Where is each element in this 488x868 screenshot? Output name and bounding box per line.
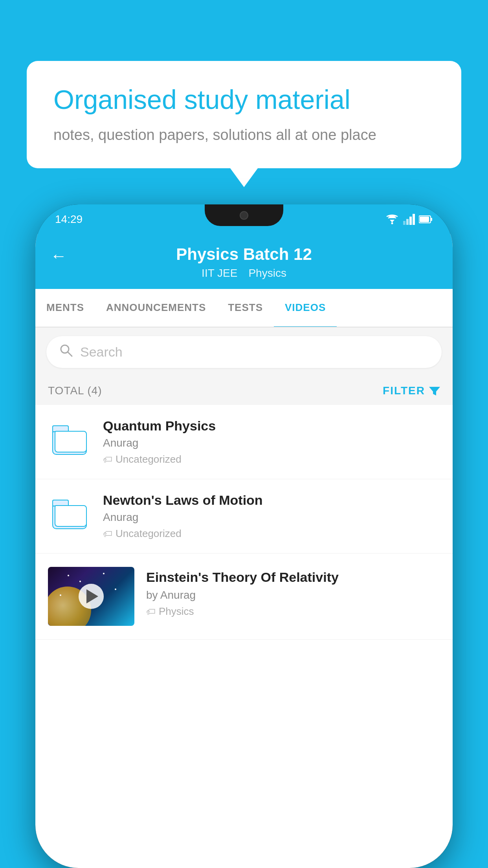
total-count: TOTAL (4): [48, 384, 102, 397]
app-header: ← Physics Batch 12 IIT JEE Physics: [35, 234, 453, 289]
subtitle-right: Physics: [248, 267, 286, 280]
filter-row: TOTAL (4) FILTER: [35, 377, 453, 405]
tab-tests[interactable]: TESTS: [217, 289, 274, 327]
list-item[interactable]: Einstein's Theory Of Relativity by Anura…: [35, 554, 453, 640]
folder-thumbnail: [48, 493, 91, 536]
status-icons: [385, 214, 433, 225]
battery-icon: [419, 215, 433, 224]
status-time: 14:29: [55, 213, 83, 226]
tag-icon: 🏷: [146, 606, 156, 617]
svg-marker-0: [390, 220, 394, 223]
phone-screen: ← Physics Batch 12 IIT JEE Physics MENTS…: [35, 234, 453, 868]
svg-rect-4: [409, 217, 412, 225]
front-camera: [240, 211, 248, 220]
video-author: Anurag: [103, 511, 440, 524]
phone-frame: 14:29: [35, 204, 453, 868]
phone-notch: [205, 204, 283, 226]
video-info: Quantum Physics Anurag 🏷 Uncategorized: [103, 418, 440, 465]
video-author: by Anurag: [146, 589, 440, 601]
bubble-subtitle: notes, question papers, solutions all at…: [53, 125, 435, 145]
search-bar-container: Search: [35, 327, 453, 377]
video-title: Newton's Laws of Motion: [103, 493, 440, 508]
tag-icon: 🏷: [103, 454, 112, 465]
app-title: Physics Batch 12: [176, 245, 312, 264]
svg-rect-5: [413, 214, 415, 225]
svg-marker-11: [429, 387, 440, 395]
tag-label: Physics: [159, 605, 194, 618]
svg-rect-8: [420, 217, 429, 222]
star-decoration: [103, 573, 105, 574]
play-button[interactable]: [79, 584, 104, 609]
star-decoration: [60, 594, 61, 596]
folder-icon: [52, 425, 87, 455]
search-icon: [59, 343, 73, 361]
subtitle-left: IIT JEE: [202, 267, 237, 280]
video-thumbnail: [48, 567, 134, 626]
tag-label: Uncategorized: [116, 528, 182, 540]
search-bar[interactable]: Search: [46, 336, 442, 368]
back-button[interactable]: ←: [50, 246, 67, 265]
list-item[interactable]: Quantum Physics Anurag 🏷 Uncategorized: [35, 405, 453, 479]
star-decoration: [68, 575, 69, 576]
svg-rect-2: [403, 221, 405, 225]
tabs-bar: MENTS ANNOUNCEMENTS TESTS VIDEOS: [35, 289, 453, 327]
svg-rect-3: [406, 219, 409, 225]
wifi-icon: [385, 214, 399, 225]
svg-line-10: [68, 352, 72, 356]
folder-icon: [52, 500, 87, 529]
video-info: Newton's Laws of Motion Anurag 🏷 Uncateg…: [103, 493, 440, 540]
tag-label: Uncategorized: [116, 453, 182, 465]
bubble-title: Organised study material: [53, 84, 435, 116]
search-placeholder: Search: [80, 344, 123, 360]
filter-label: FILTER: [383, 384, 425, 397]
list-item[interactable]: Newton's Laws of Motion Anurag 🏷 Uncateg…: [35, 479, 453, 554]
video-tag: 🏷 Physics: [146, 605, 440, 618]
speech-bubble-section: Organised study material notes, question…: [27, 61, 461, 168]
video-author: Anurag: [103, 437, 440, 449]
tag-icon: 🏷: [103, 528, 112, 539]
tab-ments[interactable]: MENTS: [35, 289, 95, 327]
signal-icon: [403, 214, 415, 225]
video-list: Quantum Physics Anurag 🏷 Uncategorized: [35, 405, 453, 640]
video-info: Einstein's Theory Of Relativity by Anura…: [146, 567, 440, 618]
app-subtitle: IIT JEE Physics: [202, 267, 286, 280]
play-icon: [86, 589, 98, 603]
star-decoration: [79, 581, 81, 582]
video-title: Einstein's Theory Of Relativity: [146, 568, 440, 586]
svg-point-1: [391, 222, 393, 224]
speech-bubble-card: Organised study material notes, question…: [27, 61, 461, 168]
video-tag: 🏷 Uncategorized: [103, 528, 440, 540]
filter-icon: [429, 385, 440, 396]
tab-announcements[interactable]: ANNOUNCEMENTS: [95, 289, 217, 327]
filter-button[interactable]: FILTER: [383, 384, 440, 397]
tab-videos[interactable]: VIDEOS: [274, 289, 337, 327]
folder-thumbnail: [48, 418, 91, 462]
status-bar: 14:29: [35, 204, 453, 234]
video-tag: 🏷 Uncategorized: [103, 453, 440, 465]
svg-rect-7: [431, 218, 432, 221]
video-title: Quantum Physics: [103, 418, 440, 434]
star-decoration: [115, 588, 116, 590]
